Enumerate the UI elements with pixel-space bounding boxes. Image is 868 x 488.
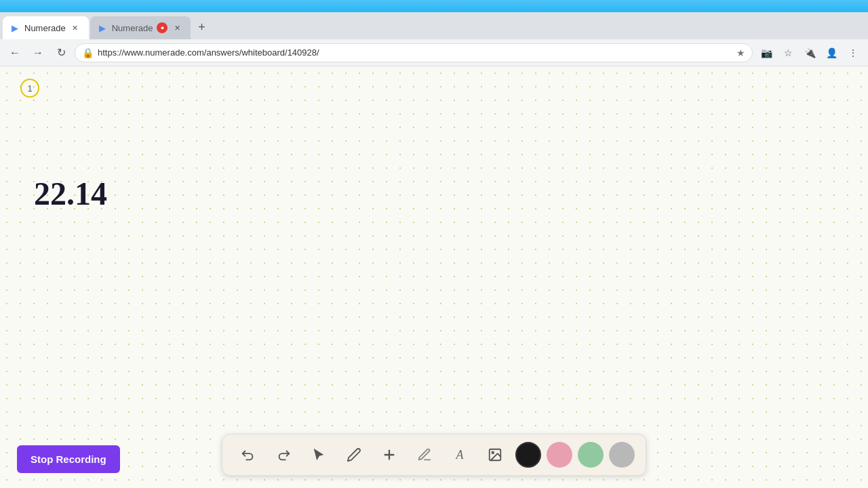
account-icon[interactable]: 👤 [822,43,841,62]
browser-tab-1[interactable]: ▶ Numerade ✕ [3,16,89,39]
browser-nav-bar: ← → ↻ 🔒 https://www.numerade.com/answers… [0,39,868,66]
address-star-icon[interactable]: ★ [736,47,745,58]
tab-favicon-1: ▶ [9,22,20,33]
color-pink[interactable] [547,442,572,468]
tab-title-1: Numerade [24,23,66,33]
address-bar[interactable]: 🔒 https://www.numerade.com/answers/white… [75,43,753,62]
tab-close-2[interactable]: ✕ [172,22,182,33]
browser-top-bar [0,0,868,12]
color-black[interactable] [515,442,541,468]
nav-right-icons: 📷 ☆ 🔌 👤 ⋮ [757,43,863,62]
stop-recording-button[interactable]: Stop Recording [17,445,120,473]
pencil-tool-button[interactable] [339,440,369,470]
browser-tab-2[interactable]: ▶ Numerade ● ✕ [90,16,191,39]
whiteboard-content: 22.14 [34,175,107,212]
image-tool-button[interactable] [480,440,510,470]
redo-button[interactable] [269,440,298,470]
tab-close-1[interactable]: ✕ [70,22,81,33]
color-green[interactable] [578,442,604,468]
svg-point-3 [492,451,494,453]
text-tool-button[interactable]: A [445,440,475,470]
tab-recording-indicator[interactable]: ● [157,22,167,33]
select-tool-button[interactable] [304,440,334,470]
highlighter-tool-button[interactable] [410,440,439,470]
add-element-button[interactable] [374,440,404,470]
browser-tabs-bar: ▶ Numerade ✕ ▶ Numerade ● ✕ + [0,12,868,39]
bottom-toolbar: A [222,434,646,476]
address-lock-icon: 🔒 [82,47,94,58]
color-gray[interactable] [609,442,635,468]
undo-button[interactable] [233,440,263,470]
whiteboard-area[interactable]: 1 22.14 Stop Recording [0,66,868,488]
address-text: https://www.numerade.com/answers/whitebo… [98,47,732,58]
page-number: 1 [20,79,39,98]
new-tab-button[interactable]: + [192,18,211,37]
star-icon[interactable]: ☆ [778,43,797,62]
refresh-button[interactable]: ↻ [52,43,71,62]
back-button[interactable]: ← [5,43,24,62]
tab-title-2: Numerade [112,23,153,33]
menu-icon[interactable]: ⋮ [844,43,863,62]
tab-favicon-2: ▶ [97,22,108,33]
extensions-icon[interactable]: 🔌 [800,43,819,62]
forward-button[interactable]: → [28,43,47,62]
camera-icon[interactable]: 📷 [757,43,776,62]
